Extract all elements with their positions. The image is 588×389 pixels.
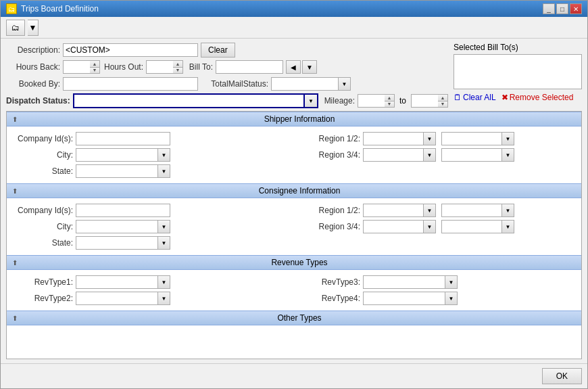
shipper-city-row: City: UNKNOWN ▼ bbox=[12, 148, 289, 162]
revtype3-input[interactable]: UNKNOWN bbox=[363, 275, 445, 289]
shipper-collapse-icon: ⬆ bbox=[12, 116, 18, 123]
shipper-state-input[interactable] bbox=[76, 164, 158, 178]
hours-back-down[interactable]: ▼ bbox=[90, 68, 99, 74]
mileage-to-down[interactable]: ▼ bbox=[438, 101, 447, 108]
shipper-region12-input1[interactable] bbox=[363, 132, 424, 145]
revtype3-dropdown[interactable]: ▼ bbox=[445, 275, 458, 289]
title-bar-left: 🗂 Trips Board Definition bbox=[6, 3, 99, 14]
consignee-region12-combo1: ▼ bbox=[363, 204, 436, 217]
shipper-region12-combo2: ▼ bbox=[441, 132, 514, 145]
revenue-section-header[interactable]: ⬆ Revenue Types bbox=[7, 255, 581, 270]
shipper-region12-row: Region 1/2: ▼ ▼ bbox=[299, 132, 576, 145]
shipper-region34-row: Region 3/4: ▼ ▼ bbox=[299, 148, 576, 162]
revtype2-input[interactable]: UNKNOWN bbox=[76, 292, 158, 305]
consignee-header-text: Consignee Information bbox=[23, 186, 576, 196]
shipper-region34-input2[interactable] bbox=[441, 148, 502, 162]
hours-out-down[interactable]: ▼ bbox=[173, 68, 182, 74]
maximize-button[interactable]: □ bbox=[556, 3, 568, 14]
revtype4-input[interactable]: UNKNOWN bbox=[363, 292, 445, 305]
close-button[interactable]: ✕ bbox=[570, 3, 582, 14]
mileage-to-input[interactable]: 0 bbox=[411, 94, 438, 108]
dispatch-status-dropdown[interactable]: ▼ bbox=[305, 93, 318, 108]
revenue-collapse-icon: ⬆ bbox=[12, 259, 18, 267]
revtype2-dropdown[interactable]: ▼ bbox=[158, 292, 170, 305]
mileage-from-down[interactable]: ▼ bbox=[385, 101, 394, 108]
consignee-region12-dropdown1[interactable]: ▼ bbox=[424, 204, 436, 217]
hours-back-up[interactable]: ▲ bbox=[90, 61, 99, 68]
consignee-region12-dropdown2[interactable]: ▼ bbox=[502, 204, 514, 217]
consignee-state-dropdown[interactable]: ▼ bbox=[158, 236, 170, 250]
total-mail-status-arrow[interactable]: ▼ bbox=[339, 77, 351, 91]
hours-out-input[interactable]: 0 bbox=[146, 60, 173, 74]
window-icon: 🗂 bbox=[6, 3, 17, 14]
remove-icon: ✖ bbox=[501, 93, 508, 102]
consignee-city-dropdown[interactable]: ▼ bbox=[158, 220, 170, 233]
ok-button[interactable]: OK bbox=[542, 368, 582, 384]
shipper-region34-dropdown2[interactable]: ▼ bbox=[502, 148, 514, 162]
booked-by-input[interactable] bbox=[63, 77, 198, 91]
selected-bill-to-box bbox=[454, 54, 582, 89]
shipper-city-input[interactable]: UNKNOWN bbox=[76, 148, 158, 162]
other-header-text: Other Types bbox=[23, 313, 576, 323]
mileage-to-up[interactable]: ▲ bbox=[438, 95, 447, 101]
consignee-region34-input1[interactable] bbox=[363, 220, 424, 233]
revtype1-input[interactable]: UNKNOWN bbox=[76, 275, 158, 289]
shipper-city-dropdown[interactable]: ▼ bbox=[158, 148, 170, 162]
consignee-company-input[interactable]: UNKNOWN bbox=[76, 204, 170, 217]
minimize-button[interactable]: _ bbox=[543, 3, 555, 14]
consignee-region12-input1[interactable] bbox=[363, 204, 424, 217]
consignee-section-header[interactable]: ⬆ Consignee Information bbox=[7, 183, 581, 198]
dispatch-row: Dispatch Status: AVL,DSP,PLN,PND ▼ Milea… bbox=[6, 93, 448, 108]
clear-button[interactable]: Clear bbox=[201, 43, 235, 58]
shipper-state-dropdown[interactable]: ▼ bbox=[158, 164, 170, 178]
consignee-state-input[interactable] bbox=[76, 236, 158, 250]
description-input[interactable] bbox=[63, 43, 198, 57]
revtype4-label: RevType4: bbox=[299, 294, 360, 303]
clear-all-icon: 🗒 bbox=[454, 93, 462, 102]
other-section-header[interactable]: ⬆ Other Types bbox=[7, 311, 581, 325]
bill-to-arrow-button[interactable]: ◀ bbox=[286, 60, 301, 74]
consignee-region12-label: Region 1/2: bbox=[299, 206, 360, 215]
revtype4-dropdown[interactable]: ▼ bbox=[445, 292, 458, 305]
chevron-down-icon: ▼ bbox=[29, 23, 37, 32]
revtype1-dropdown[interactable]: ▼ bbox=[158, 275, 170, 289]
shipper-region12-dropdown1[interactable]: ▼ bbox=[424, 132, 436, 145]
hours-out-up[interactable]: ▲ bbox=[173, 61, 182, 68]
shipper-company-input[interactable]: UNKNOWN bbox=[76, 132, 170, 145]
dispatch-status-input[interactable]: AVL,DSP,PLN,PND bbox=[73, 93, 305, 108]
consignee-region34-input2[interactable] bbox=[441, 220, 502, 233]
mileage-from-input[interactable]: 0 bbox=[358, 94, 385, 108]
hours-back-input[interactable]: 0 bbox=[63, 60, 90, 74]
hours-out-label: Hours Out: bbox=[103, 62, 143, 72]
consignee-city-input[interactable]: UNKNOWN bbox=[76, 220, 158, 233]
shipper-region12-input2[interactable] bbox=[441, 132, 502, 145]
consignee-city-label: City: bbox=[12, 222, 73, 231]
main-scroll-area[interactable]: ⬆ Shipper Information Company Id(s): UNK… bbox=[6, 111, 582, 359]
toolbar-dropdown-button[interactable]: ▼ bbox=[28, 20, 39, 36]
shipper-region12-dropdown2[interactable]: ▼ bbox=[502, 132, 514, 145]
mileage-from-up[interactable]: ▲ bbox=[385, 95, 394, 101]
consignee-region12-input2[interactable] bbox=[441, 204, 502, 217]
consignee-region34-combo1: ▼ bbox=[363, 220, 436, 233]
consignee-region12-row: Region 1/2: ▼ ▼ bbox=[299, 204, 576, 217]
shipper-section-header[interactable]: ⬆ Shipper Information bbox=[7, 112, 581, 127]
consignee-content: Company Id(s): UNKNOWN City: UNKNOWN ▼ S… bbox=[7, 198, 581, 255]
consignee-region34-dropdown2[interactable]: ▼ bbox=[502, 220, 514, 233]
bill-to-input[interactable]: UNKNOWN bbox=[216, 60, 283, 74]
revtype3-combo: UNKNOWN ▼ bbox=[363, 275, 458, 289]
bill-to-label: Bill To: bbox=[186, 62, 213, 72]
shipper-region12-label: Region 1/2: bbox=[299, 134, 360, 143]
shipper-region34-dropdown1[interactable]: ▼ bbox=[424, 148, 436, 162]
shipper-header-text: Shipper Information bbox=[23, 114, 576, 124]
mileage-to-label: to bbox=[399, 96, 406, 106]
clear-all-button[interactable]: 🗒 Clear AlL bbox=[454, 93, 496, 102]
bill-to-dropdown-button[interactable]: ▼ bbox=[302, 60, 317, 74]
shipper-region34-input1[interactable] bbox=[363, 148, 424, 162]
consignee-left: Company Id(s): UNKNOWN City: UNKNOWN ▼ S… bbox=[12, 204, 289, 250]
remove-selected-button[interactable]: ✖ Remove Selected bbox=[501, 93, 574, 102]
revtype2-label: RevType2: bbox=[12, 294, 73, 303]
hours-out-spinner-btns: ▲ ▼ bbox=[173, 60, 183, 74]
consignee-region34-dropdown1[interactable]: ▼ bbox=[424, 220, 436, 233]
toolbar-main-button[interactable]: 🗂 bbox=[6, 20, 25, 36]
total-mail-status-input[interactable] bbox=[271, 77, 339, 91]
